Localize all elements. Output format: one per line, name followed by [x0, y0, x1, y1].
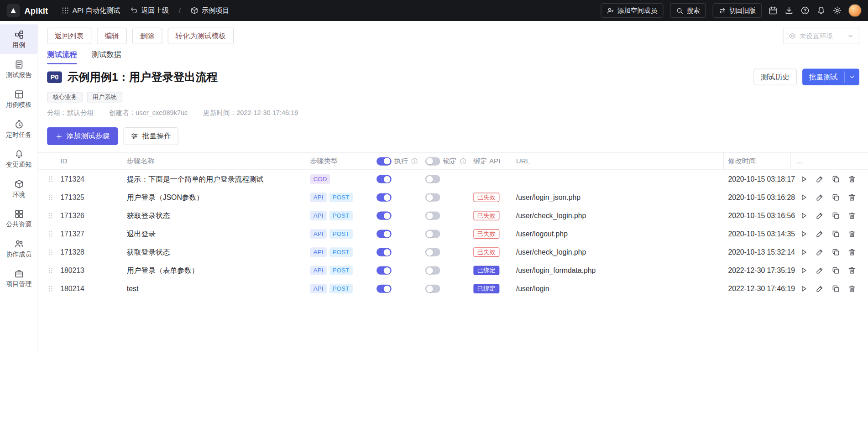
project-breadcrumb[interactable]: 示例项目 [191, 6, 230, 16]
step-name[interactable]: 退出登录 [127, 225, 310, 243]
edit-icon[interactable] [816, 285, 824, 293]
step-name[interactable]: test [127, 280, 310, 298]
drag-handle-icon[interactable] [47, 249, 60, 256]
batch-test-dropdown[interactable] [845, 68, 859, 85]
calendar-icon[interactable] [769, 6, 777, 15]
back-to-parent[interactable]: 返回上级 [130, 6, 169, 16]
lock-toggle[interactable] [425, 285, 440, 293]
batch-operations-button[interactable]: 批量操作 [124, 127, 178, 145]
search-button[interactable]: 搜索 [670, 3, 706, 18]
switch-old-label: 切回旧版 [729, 6, 756, 16]
batch-test-button[interactable]: 批量测试 [802, 68, 859, 85]
copy-icon[interactable] [831, 266, 840, 275]
lock-toggle[interactable] [425, 248, 440, 256]
trash-icon[interactable] [848, 230, 856, 238]
trash-icon[interactable] [848, 285, 856, 293]
row-actions [795, 230, 859, 238]
trash-icon[interactable] [848, 266, 856, 275]
play-icon[interactable] [800, 193, 808, 201]
download-icon[interactable] [784, 6, 793, 15]
execute-all-toggle[interactable] [376, 157, 392, 165]
edit-icon[interactable] [816, 175, 824, 183]
copy-icon[interactable] [831, 175, 840, 183]
drag-handle-icon[interactable] [47, 285, 60, 292]
copy-icon[interactable] [831, 285, 840, 293]
execute-toggle[interactable] [376, 175, 392, 183]
play-icon[interactable] [800, 248, 808, 256]
sidebar-item-notify[interactable]: 变更通知 [0, 144, 38, 174]
sidebar-item-template[interactable]: 用例模板 [0, 84, 38, 114]
execute-toggle[interactable] [376, 230, 392, 238]
delete-case-button[interactable]: 删除 [132, 28, 162, 44]
edit-icon[interactable] [816, 211, 824, 219]
sidebar-item-environment[interactable]: 环境 [0, 174, 38, 204]
drag-handle-icon[interactable] [47, 267, 60, 274]
trash-icon[interactable] [848, 193, 856, 201]
play-icon[interactable] [800, 211, 808, 219]
copy-icon[interactable] [831, 211, 840, 219]
step-name[interactable]: 提示：下面是一个简单的用户登录流程测试 [127, 170, 310, 188]
sidebar-item-timer[interactable]: 定时任务 [0, 114, 38, 144]
sidebar-item-report[interactable]: 测试报告 [0, 54, 38, 84]
add-member-button[interactable]: 添加空间成员 [601, 3, 663, 18]
sidebar-item-label: 环境 [12, 191, 25, 198]
step-name[interactable]: 用户登录（JSON参数） [127, 188, 310, 207]
switch-old-version-button[interactable]: 切回旧版 [713, 3, 762, 18]
step-name[interactable]: 用户登录（表单参数） [127, 261, 310, 280]
environment-selector[interactable]: 未设置环境 [783, 28, 859, 44]
step-name[interactable]: 获取登录状态 [127, 243, 310, 261]
table-row: 180214testAPIPOST已绑定/user/login2022-12-3… [38, 280, 868, 298]
user-avatar[interactable] [848, 4, 862, 17]
execute-toggle[interactable] [376, 266, 392, 275]
execute-toggle[interactable] [376, 211, 392, 219]
sliders-icon [131, 132, 138, 140]
copy-icon[interactable] [831, 248, 840, 256]
gear-icon[interactable] [833, 6, 842, 15]
tab-test-flow[interactable]: 测试流程 [47, 50, 77, 64]
execute-toggle[interactable] [376, 193, 392, 201]
batch-test-label[interactable]: 批量测试 [802, 68, 844, 85]
trash-icon[interactable] [848, 248, 856, 256]
add-step-button[interactable]: 添加测试步骤 [47, 127, 118, 145]
lock-toggle[interactable] [425, 193, 440, 201]
tab-test-data[interactable]: 测试数据 [91, 50, 121, 64]
api-badge: API [310, 211, 326, 221]
trash-icon[interactable] [848, 175, 856, 183]
edit-icon[interactable] [816, 266, 824, 275]
edit-icon[interactable] [816, 230, 824, 238]
bell-icon[interactable] [817, 6, 826, 15]
help-icon[interactable] [800, 6, 809, 15]
execute-toggle[interactable] [376, 248, 392, 256]
sidebar-item-project[interactable]: 项目管理 [0, 264, 38, 294]
lock-toggle[interactable] [425, 230, 440, 238]
play-icon[interactable] [800, 266, 808, 275]
sidebar-item-cases[interactable]: 用例 [0, 24, 38, 54]
edit-icon[interactable] [816, 248, 824, 256]
lock-all-toggle[interactable] [425, 157, 440, 165]
trash-icon[interactable] [848, 211, 856, 219]
edit-icon[interactable] [816, 193, 824, 201]
toggle-knob [384, 249, 391, 256]
lock-toggle[interactable] [425, 266, 440, 275]
convert-template-button[interactable]: 转化为测试模板 [168, 28, 234, 44]
drag-handle-icon[interactable] [47, 194, 60, 201]
step-name[interactable]: 获取登录状态 [127, 207, 310, 225]
drag-handle-icon[interactable] [47, 230, 60, 238]
test-history-button[interactable]: 测试历史 [753, 68, 797, 85]
lock-toggle[interactable] [425, 175, 440, 183]
sidebar-item-members[interactable]: 协作成员 [0, 234, 38, 264]
play-icon[interactable] [800, 230, 808, 238]
module-switcher[interactable]: API 自动化测试 [62, 6, 120, 16]
copy-icon[interactable] [831, 230, 840, 238]
drag-handle-icon[interactable] [47, 176, 60, 183]
lock-toggle[interactable] [425, 211, 440, 219]
execute-toggle[interactable] [376, 285, 392, 293]
copy-icon[interactable] [831, 193, 840, 201]
drag-handle-icon[interactable] [47, 212, 60, 219]
play-icon[interactable] [800, 285, 808, 293]
play-icon[interactable] [800, 175, 808, 183]
back-to-list-button[interactable]: 返回列表 [47, 28, 91, 44]
app-logo[interactable]: Apikit [7, 4, 48, 17]
sidebar-item-resource[interactable]: 公共资源 [0, 204, 38, 234]
edit-case-button[interactable]: 编辑 [97, 28, 127, 44]
